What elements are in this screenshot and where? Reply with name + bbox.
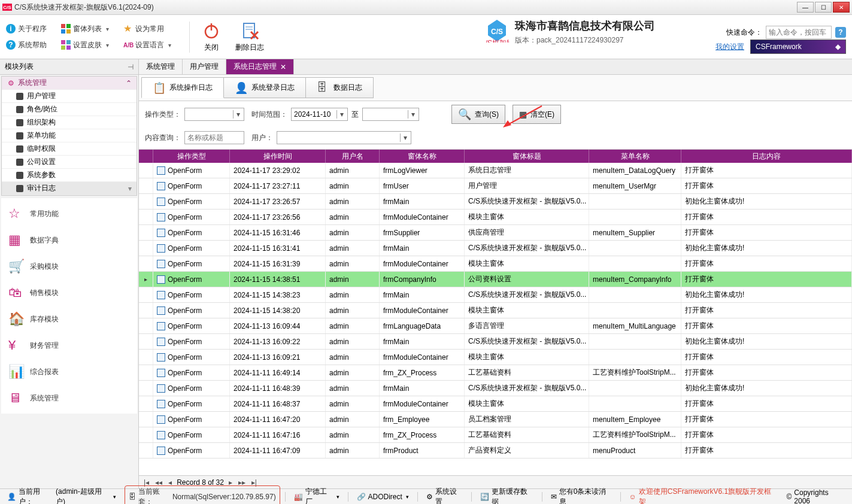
sidebar-item-1[interactable]: 角色/岗位	[2, 103, 137, 116]
op-type-combo[interactable]: ▾	[184, 108, 244, 121]
table-row[interactable]: OpenForm2024-11-13 16:09:44adminfrmLangu…	[139, 318, 852, 334]
sidebar-item-5[interactable]: 公司设置	[2, 156, 137, 169]
csframework-banner[interactable]: CSFramework◆	[750, 40, 846, 54]
table-row[interactable]: OpenForm2024-11-13 16:09:21adminfrmModul…	[139, 350, 852, 365]
row-icon	[157, 244, 165, 253]
col-header-3[interactable]: 窗体名称	[380, 150, 465, 163]
table-row[interactable]: OpenForm2024-11-13 16:09:22adminfrmMainC…	[139, 334, 852, 350]
sidebar-item-7[interactable]: 审计日志▾	[2, 182, 137, 195]
shortcut-4[interactable]: 🏠库存模块	[1, 306, 137, 332]
close-button[interactable]: 关闭	[202, 21, 221, 53]
sys-settings[interactable]: ⚙系统设置	[423, 487, 466, 505]
col-header-1[interactable]: 操作时间	[230, 150, 326, 163]
delete-log-icon	[240, 21, 259, 40]
close-window-button[interactable]: ✕	[833, 2, 850, 13]
table-row[interactable]: OpenForm2024-11-15 16:31:39adminfrmModul…	[139, 256, 852, 272]
language-button[interactable]: A/B设置语言	[122, 39, 172, 51]
delete-log-button[interactable]: 删除日志	[235, 21, 264, 53]
table-row[interactable]: OpenForm2024-11-15 14:38:23adminfrmMainC…	[139, 287, 852, 303]
collapse-icon[interactable]: ⌃	[126, 79, 132, 87]
cube-icon	[16, 185, 23, 192]
db-icon: 🗄	[129, 493, 136, 501]
shortcut-5[interactable]: ¥财务管理	[1, 332, 137, 359]
sidebar-item-3[interactable]: 菜单功能	[2, 129, 137, 142]
welcome-text: ☺欢迎使用CSFrameworkV6.1旗舰版开发框架	[625, 487, 778, 505]
table-row[interactable]: OpenForm2024-11-11 16:47:20adminfrm_Empl…	[139, 412, 852, 427]
ado-direct[interactable]: 🔗ADODirect▾	[353, 493, 413, 501]
user-combo[interactable]: ▾	[277, 131, 411, 144]
maximize-button[interactable]: ☐	[815, 2, 832, 13]
table-row[interactable]: OpenForm2024-11-11 16:48:39adminfrmMainC…	[139, 381, 852, 396]
tab-0[interactable]: 系统管理	[139, 59, 183, 74]
minimize-button[interactable]: —	[797, 2, 814, 13]
quick-help-button[interactable]: ?	[835, 27, 846, 38]
current-user[interactable]: 👤当前用户：(admin-超级用户)▾	[4, 487, 120, 505]
unread-messages[interactable]: ✉您有0条未读消息	[547, 487, 615, 505]
sidebar-item-2[interactable]: 组织架构	[2, 116, 137, 129]
row-icon	[157, 338, 165, 346]
table-row[interactable]: OpenForm2024-11-15 14:38:20adminfrmModul…	[139, 303, 852, 318]
tab-2[interactable]: 系统日志管理✕	[226, 59, 294, 74]
shortcut-icon: 🏠	[8, 311, 24, 327]
log-grid[interactable]: 操作类型操作时间用户名窗体名称窗体标题菜单名称日志内容 OpenForm2024…	[139, 150, 852, 475]
table-row[interactable]: OpenForm2024-11-11 16:48:37adminfrmModul…	[139, 396, 852, 412]
sidebar-root[interactable]: ⚙ 系统管理 ⌃	[2, 77, 137, 90]
col-header-0[interactable]: 操作类型	[153, 150, 230, 163]
sidebar-item-6[interactable]: 系统参数	[2, 169, 137, 182]
table-row[interactable]: OpenForm2024-11-11 16:47:09adminfrmProdu…	[139, 443, 852, 459]
shortcut-7[interactable]: 🖥系统管理	[1, 385, 137, 411]
star-icon: ★	[123, 24, 133, 34]
subtab-0[interactable]: 📋系统操作日志	[141, 77, 224, 98]
sidebar-item-0[interactable]: 用户管理	[2, 90, 137, 103]
syshelp-button[interactable]: ?系统帮助	[5, 39, 48, 51]
svg-rect-2	[61, 29, 65, 34]
col-header-4[interactable]: 窗体标题	[465, 150, 589, 163]
shortcut-3[interactable]: 🛍销售模块	[1, 280, 137, 306]
table-row[interactable]: OpenForm2024-11-11 16:49:14adminfrm_ZX_P…	[139, 365, 852, 381]
shortcut-2[interactable]: 🛒采购模块	[1, 253, 137, 280]
clear-button[interactable]: ▦清空(E)	[513, 105, 561, 124]
quick-command-input[interactable]	[766, 26, 832, 39]
shortcut-icon: ☆	[8, 206, 24, 221]
table-row[interactable]: OpenForm2024-11-17 23:27:11adminfrmUser用…	[139, 178, 852, 194]
svg-rect-1	[66, 24, 71, 28]
shortcut-1[interactable]: ▦数据字典	[1, 227, 137, 253]
subtab-2[interactable]: 🗄数据日志	[305, 77, 374, 98]
about-button[interactable]: i关于程序	[5, 23, 48, 35]
col-header-2[interactable]: 用户名	[326, 150, 380, 163]
skin-icon	[61, 40, 71, 50]
window-list-button[interactable]: 窗体列表	[60, 23, 110, 35]
table-row[interactable]: OpenForm2024-11-17 23:29:02adminfrmLogVi…	[139, 163, 852, 178]
table-row[interactable]: OpenForm2024-11-17 23:26:56adminfrmModul…	[139, 210, 852, 225]
sidebar-item-4[interactable]: 临时权限	[2, 142, 137, 156]
pin-icon[interactable]: ⊣	[128, 63, 134, 71]
set-default-button[interactable]: ★设为常用	[122, 23, 172, 35]
shortcut-6[interactable]: 📊综合报表	[1, 359, 137, 385]
skin-button[interactable]: 设置皮肤	[60, 39, 110, 51]
search-button[interactable]: 🔍查询(S)	[451, 105, 505, 124]
shortcut-0[interactable]: ☆常用功能	[1, 201, 137, 227]
col-header-6[interactable]: 日志内容	[681, 150, 852, 163]
factory-selector[interactable]: 🏭宁德工厂▾	[290, 487, 343, 505]
refresh-icon: 🔄	[480, 493, 489, 501]
gear-icon: ⚙	[426, 493, 433, 501]
cube-icon	[16, 119, 23, 126]
close-tab-icon[interactable]: ✕	[280, 63, 286, 71]
row-icon	[157, 182, 165, 190]
row-icon	[157, 306, 165, 315]
table-row[interactable]: OpenForm2024-11-15 16:31:46adminfrmSuppl…	[139, 225, 852, 241]
my-settings-link[interactable]: 我的设置	[715, 42, 744, 52]
col-header-5[interactable]: 菜单名称	[589, 150, 681, 163]
table-row[interactable]: ▸OpenForm2024-11-15 14:38:51adminfrmComp…	[139, 272, 852, 287]
refresh-cache[interactable]: 🔄更新缓存数据	[477, 487, 537, 505]
table-row[interactable]: OpenForm2024-11-17 23:26:57adminfrmMainC…	[139, 194, 852, 210]
subtab-1[interactable]: 👤系统登录日志	[223, 77, 306, 98]
table-row[interactable]: OpenForm2024-11-11 16:47:16adminfrm_ZX_P…	[139, 427, 852, 443]
gear-icon: ⚙	[8, 79, 14, 87]
content-search-input[interactable]	[184, 131, 244, 144]
tab-1[interactable]: 用户管理	[183, 59, 226, 74]
date-from-combo[interactable]: 2024-11-10▾	[291, 108, 348, 121]
brand-logo-icon: C/SC/S框架网	[485, 19, 509, 42]
table-row[interactable]: OpenForm2024-11-15 16:31:41adminfrmMainC…	[139, 241, 852, 256]
date-to-combo[interactable]: ▾	[362, 108, 419, 121]
